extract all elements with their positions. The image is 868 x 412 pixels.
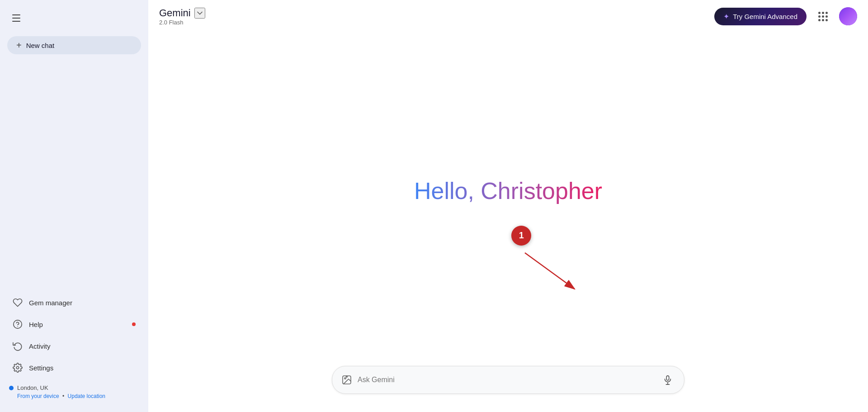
- location-dot-icon: [9, 386, 14, 390]
- location-row: London, UK: [9, 384, 139, 391]
- google-apps-button[interactable]: [814, 7, 832, 25]
- input-box: [332, 366, 684, 394]
- plus-icon: +: [16, 41, 22, 50]
- settings-label: Settings: [29, 364, 53, 372]
- add-image-icon[interactable]: [341, 374, 352, 385]
- sidebar-header: [0, 5, 148, 33]
- annotation-circle: 1: [511, 226, 531, 246]
- help-icon: [13, 319, 23, 329]
- topbar: Gemini 2.0 Flash ✦ Try Gemini Advanced: [148, 0, 868, 33]
- location-city: London, UK: [17, 384, 48, 391]
- chat-area: Hello, Christopher 1: [148, 33, 868, 412]
- help-label: Help: [29, 321, 43, 328]
- new-chat-label: New chat: [26, 42, 55, 49]
- heart-icon: [13, 298, 23, 308]
- user-avatar-button[interactable]: [839, 7, 857, 25]
- history-icon: [13, 341, 23, 351]
- annotation-arrow-svg: [498, 244, 588, 298]
- svg-point-6: [344, 378, 346, 379]
- gemini-title-block: Gemini 2.0 Flash: [159, 7, 205, 26]
- svg-rect-7: [666, 376, 669, 380]
- sidebar-item-help[interactable]: Help: [4, 314, 145, 335]
- svg-point-0: [14, 320, 22, 328]
- hamburger-button[interactable]: [7, 9, 25, 27]
- settings-icon: [13, 363, 23, 373]
- from-device-link[interactable]: From your device: [17, 393, 59, 399]
- chat-input[interactable]: [358, 376, 655, 384]
- help-notification-dot: [132, 322, 136, 326]
- activity-label: Activity: [29, 342, 51, 350]
- topbar-left: Gemini 2.0 Flash: [159, 7, 205, 26]
- annotation-number: 1: [519, 230, 524, 241]
- gemini-subtitle: 2.0 Flash: [159, 19, 205, 26]
- try-advanced-button[interactable]: ✦ Try Gemini Advanced: [714, 8, 807, 25]
- hamburger-icon: [12, 14, 20, 22]
- grid-icon: [818, 12, 828, 21]
- sidebar: + New chat Gem manager Help: [0, 0, 148, 412]
- update-location-link[interactable]: Update location: [68, 393, 105, 399]
- location-section: London, UK From your device • Update loc…: [0, 379, 148, 403]
- topbar-right: ✦ Try Gemini Advanced: [714, 7, 857, 25]
- new-chat-button[interactable]: + New chat: [7, 36, 141, 54]
- avatar: [839, 7, 857, 25]
- gem-manager-label: Gem manager: [29, 299, 72, 307]
- input-area: [332, 366, 684, 394]
- try-advanced-label: Try Gemini Advanced: [733, 13, 797, 20]
- svg-line-4: [525, 253, 575, 289]
- gemini-title: Gemini: [159, 7, 191, 19]
- sidebar-item-gem-manager[interactable]: Gem manager: [4, 292, 145, 313]
- svg-point-2: [16, 366, 19, 369]
- sidebar-bottom: Gem manager Help Activity: [0, 288, 148, 407]
- separator: •: [62, 393, 66, 399]
- microphone-button[interactable]: [660, 373, 675, 387]
- sparkle-icon: ✦: [723, 12, 729, 21]
- main-content: Gemini 2.0 Flash ✦ Try Gemini Advanced: [148, 0, 868, 412]
- location-links: From your device • Update location: [9, 393, 139, 399]
- greeting-text: Hello, Christopher: [414, 177, 602, 204]
- dropdown-arrow-button[interactable]: [194, 8, 205, 19]
- sidebar-item-settings[interactable]: Settings: [4, 357, 145, 378]
- sidebar-item-activity[interactable]: Activity: [4, 336, 145, 356]
- sidebar-spacer: [0, 62, 148, 288]
